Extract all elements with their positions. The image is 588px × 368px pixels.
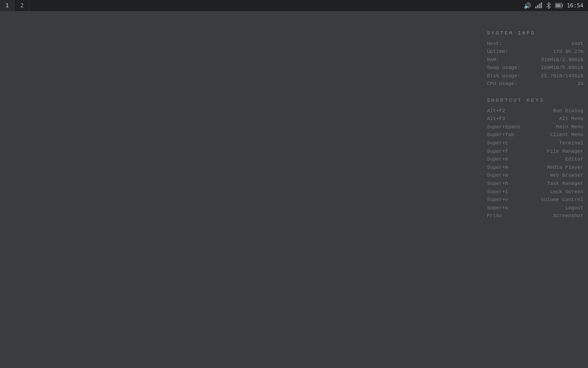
svg-rect-1 [537,5,538,8]
shortcuts-title: SHORTCUT KEYS [487,97,583,104]
info-value: 316MiB/2.90GiB [531,56,584,64]
shortcut-row: Super+wWeb Browser [487,172,583,180]
info-value: 169MiB/5.89GiB [531,64,584,72]
signal-icon [535,2,542,9]
svg-rect-3 [541,2,542,8]
system-info-row: Disk usage:25.7GiB/143GiB [487,72,583,80]
shortcut-key: Super+m [487,164,524,172]
clock: 16:54 [567,2,583,9]
shortcut-row: Super+tTerminal [487,139,583,148]
shortcut-key: Super+l [487,188,524,196]
workspace-1-label: 1 [6,2,9,9]
svg-rect-6 [555,4,560,7]
info-value: 3% [531,80,584,88]
workspace-2-label: 2 [20,2,23,9]
shortcut-row: PrtScScreenshot [487,212,583,220]
shortcut-action: Web Browser [524,172,583,180]
shortcut-key: Super+f [487,148,524,156]
info-label: CPU usage: [487,80,531,88]
shortcut-action: Volume Control [524,196,583,204]
shortcut-key: Super+v [487,196,524,204]
workspace-2[interactable]: 2 [15,0,29,11]
shortcut-action: Logout [524,204,583,213]
shortcut-row: Super+vVolume Control [487,196,583,204]
info-value: 25.7GiB/143GiB [531,72,584,80]
shortcut-action: Client Menu [524,131,583,139]
shortcut-row: Super+mMedia Player [487,164,583,172]
shortcut-action: Main Menu [524,123,583,132]
shortcut-action: File Manager [524,148,583,156]
svg-rect-5 [562,5,563,7]
shortcut-row: Super+lLock Screen [487,188,583,196]
info-label: Swap usage: [487,64,531,72]
info-label: Uptime: [487,48,531,56]
shortcut-action: Task Manager [524,180,583,188]
bluetooth-icon[interactable] [546,2,551,9]
shortcut-action: Lock Screen [524,188,583,196]
shortcut-row: Alt+F3Alt Menu [487,115,583,123]
system-info-row: Host:zoot [487,40,583,48]
shortcut-row: Super+fFile Manager [487,148,583,156]
system-info-row: Uptime:17d 9h 27m [487,48,583,56]
info-value: 17d 9h 27m [531,48,584,56]
workspace-1[interactable]: 1 [0,0,15,11]
shortcut-key: Super+h [487,180,524,188]
system-info-table: Host:zootUptime:17d 9h 27mRAM:316MiB/2.9… [487,40,583,89]
shortcut-action: Alt Menu [524,115,583,123]
shortcut-row: Alt+F2Run Dialog [487,107,583,115]
shortcut-row: Super+SpaceMain Menu [487,123,583,132]
svg-rect-0 [535,6,537,8]
taskbar-workspaces: 1 2 [0,0,29,11]
desktop: SYSTEM INFO Host:zootUptime:17d 9h 27mRA… [0,11,588,368]
shortcut-action: Media Player [524,164,583,172]
shortcut-key: Super+e [487,155,524,164]
shortcut-key: Super+Space [487,123,524,132]
volume-icon[interactable]: 🔊 [524,2,531,9]
taskbar: 1 2 🔊 [0,0,588,11]
system-info-row: CPU usage:3% [487,80,583,88]
info-label: Disk usage: [487,72,531,80]
shortcut-key: Super+x [487,204,524,213]
shortcut-key: Super+t [487,139,524,148]
shortcut-action: Terminal [524,139,583,148]
battery-icon [555,3,563,8]
shortcut-key: Alt+F2 [487,107,524,115]
shortcut-row: Super+eEditor [487,155,583,164]
svg-rect-2 [539,4,540,8]
info-value: zoot [531,40,584,48]
system-info-widget: SYSTEM INFO Host:zootUptime:17d 9h 27mRA… [487,29,583,220]
info-label: Host: [487,40,531,48]
shortcut-key: Super+w [487,172,524,180]
shortcut-key: Alt+F3 [487,115,524,123]
shortcut-action: Screenshot [524,212,583,220]
shortcut-action: Editor [524,155,583,164]
shortcut-key: Super+Tab [487,131,524,139]
shortcut-action: Run Dialog [524,107,583,115]
system-info-title: SYSTEM INFO [487,29,583,37]
shortcuts-table: Alt+F2Run DialogAlt+F3Alt MenuSuper+Spac… [487,107,583,220]
shortcut-row: Super+hTask Manager [487,180,583,188]
shortcut-row: Super+xLogout [487,204,583,213]
system-info-row: RAM:316MiB/2.90GiB [487,56,583,64]
system-info-row: Swap usage:169MiB/5.89GiB [487,64,583,72]
taskbar-tray: 🔊 16:54 [524,2,588,9]
shortcut-row: Super+TabClient Menu [487,131,583,139]
info-label: RAM: [487,56,531,64]
shortcut-key: PrtSc [487,212,524,220]
